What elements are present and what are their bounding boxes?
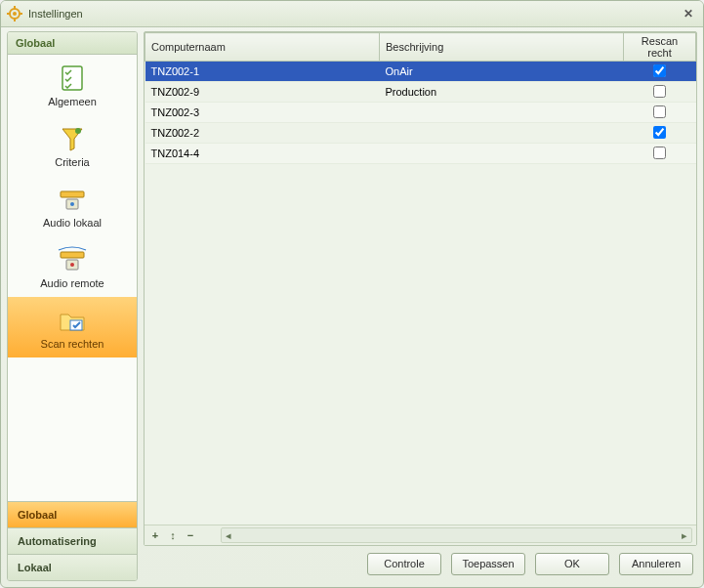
sidebar: Globaal Algemeen Criteria: [7, 31, 138, 581]
server-remote-icon: [57, 246, 88, 273]
table-tool-row: + ↕ − ◂ ▸: [145, 525, 696, 545]
funnel-icon: [57, 125, 88, 152]
main-panel: Computernaam Beschrijving Rescan recht T…: [144, 31, 697, 581]
col-beschrijving[interactable]: Beschrijving: [380, 33, 624, 62]
scroll-left-icon[interactable]: ◂: [222, 528, 235, 542]
sidebar-item-audio-lokaal[interactable]: Audio lokaal: [8, 176, 137, 236]
sidebar-header: Globaal: [8, 32, 137, 55]
sidebar-item-algemeen[interactable]: Algemeen: [8, 55, 137, 115]
sidebar-item-label: Criteria: [55, 156, 89, 168]
toepassen-button[interactable]: Toepassen: [451, 553, 525, 575]
rescan-checkbox[interactable]: [653, 147, 666, 159]
cell-rescan-recht: [624, 62, 696, 82]
svg-point-1: [13, 12, 17, 16]
table-row[interactable]: TNZ002-2: [145, 123, 696, 144]
table-row[interactable]: TNZ014-4: [145, 144, 696, 164]
close-icon[interactable]: ✕: [680, 5, 697, 22]
table-row[interactable]: TNZ002-9Production: [145, 82, 696, 103]
sidebar-item-audio-remote[interactable]: Audio remote: [8, 236, 137, 297]
col-computernaam[interactable]: Computernaam: [145, 33, 380, 62]
server-local-icon: [57, 186, 88, 213]
titlebar: Instellingen ✕: [1, 1, 703, 27]
cell-rescan-recht: [624, 103, 696, 123]
table-row[interactable]: TNZ002-3: [145, 103, 696, 123]
svg-point-7: [75, 128, 81, 134]
scroll-right-icon[interactable]: ▸: [678, 528, 691, 542]
cell-beschrijving: [380, 123, 624, 144]
annuleren-button[interactable]: Annuleren: [619, 553, 693, 575]
sidebar-item-label: Audio lokaal: [43, 217, 102, 229]
rescan-checkbox[interactable]: [653, 126, 666, 139]
cell-beschrijving: [380, 144, 624, 164]
cell-computernaam: TNZ002-3: [145, 103, 380, 123]
move-row-button[interactable]: ↕: [166, 528, 180, 542]
cell-rescan-recht: [624, 82, 696, 103]
col-rescan-recht[interactable]: Rescan recht: [624, 33, 696, 62]
cell-beschrijving: OnAir: [380, 62, 624, 82]
checklist-icon: [57, 64, 88, 92]
sidebar-footer: Globaal Automatisering Lokaal: [8, 501, 137, 580]
window-title: Instellingen: [28, 8, 680, 20]
sidebar-item-scan-rechten[interactable]: Scan rechten: [8, 297, 137, 357]
remove-row-button[interactable]: −: [184, 528, 197, 542]
cell-rescan-recht: [624, 144, 696, 164]
svg-point-10: [70, 202, 74, 206]
controle-button[interactable]: Controle: [367, 553, 441, 575]
sidebar-item-label: Algemeen: [48, 96, 97, 107]
svg-rect-8: [61, 191, 84, 197]
sidebar-section-lokaal[interactable]: Lokaal: [8, 554, 137, 580]
rescan-checkbox[interactable]: [653, 64, 666, 77]
sidebar-section-globaal[interactable]: Globaal: [8, 501, 137, 527]
window-body: Globaal Algemeen Criteria: [1, 27, 703, 587]
table-row[interactable]: TNZ002-1OnAir: [145, 62, 696, 82]
computers-table: Computernaam Beschrijving Rescan recht T…: [145, 32, 696, 164]
cell-beschrijving: [380, 103, 624, 123]
sidebar-items: Algemeen Criteria Audio lokaal: [8, 55, 137, 501]
sidebar-item-label: Scan rechten: [41, 338, 104, 350]
sidebar-section-automatisering[interactable]: Automatisering: [8, 527, 137, 554]
svg-rect-11: [61, 252, 84, 258]
folder-check-icon: [57, 307, 88, 334]
table-area: Computernaam Beschrijving Rescan recht T…: [144, 31, 697, 546]
cell-beschrijving: Production: [380, 82, 624, 103]
cell-computernaam: TNZ014-4: [145, 144, 380, 164]
dialog-buttons: Controle Toepassen OK Annuleren: [144, 546, 697, 581]
cell-computernaam: TNZ002-2: [145, 123, 380, 144]
gear-icon: [7, 6, 22, 21]
settings-window: Instellingen ✕ Globaal Algemeen Criteria: [0, 0, 704, 588]
cell-rescan-recht: [624, 123, 696, 144]
ok-button[interactable]: OK: [535, 553, 609, 575]
cell-computernaam: TNZ002-1: [145, 62, 380, 82]
sidebar-item-label: Audio remote: [40, 277, 104, 289]
rescan-checkbox[interactable]: [653, 85, 666, 98]
svg-point-13: [70, 263, 74, 267]
add-row-button[interactable]: +: [148, 528, 162, 542]
rescan-checkbox[interactable]: [653, 105, 666, 118]
cell-computernaam: TNZ002-9: [145, 82, 380, 103]
sidebar-item-criteria[interactable]: Criteria: [8, 115, 137, 176]
table-scroll: Computernaam Beschrijving Rescan recht T…: [145, 32, 696, 525]
horizontal-scrollbar[interactable]: ◂ ▸: [221, 527, 692, 543]
